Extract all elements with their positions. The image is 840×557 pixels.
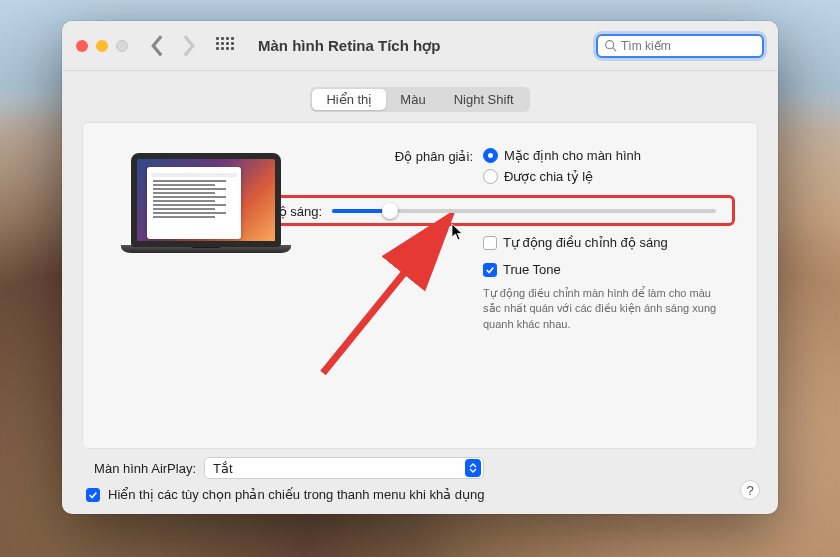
mirror-checkbox[interactable] bbox=[86, 488, 100, 502]
brightness-slider[interactable] bbox=[332, 209, 726, 213]
resolution-row: Độ phân giải: Mặc định cho màn hình Được… bbox=[331, 147, 729, 185]
titlebar: Màn hình Retina Tích hợp bbox=[62, 21, 778, 71]
nav-arrows bbox=[150, 38, 196, 54]
settings-panel: Độ phân giải: Mặc định cho màn hình Được… bbox=[82, 122, 758, 449]
resolution-default-label: Mặc định cho màn hình bbox=[504, 148, 641, 163]
search-icon bbox=[604, 39, 617, 52]
back-button[interactable] bbox=[150, 38, 166, 54]
tab-segmented-control: Hiển thị Màu Night Shift bbox=[310, 87, 529, 112]
mirror-row: Hiển thị các tùy chọn phản chiếu trong t… bbox=[82, 479, 758, 502]
resolution-scaled-label: Được chia tỷ lệ bbox=[504, 169, 593, 184]
tab-display[interactable]: Hiển thị bbox=[312, 89, 386, 110]
settings-column: Độ phân giải: Mặc định cho màn hình Được… bbox=[331, 147, 729, 428]
airplay-value: Tắt bbox=[213, 461, 233, 476]
window-traffic-lights bbox=[76, 40, 128, 52]
resolution-default-option[interactable]: Mặc định cho màn hình bbox=[483, 147, 729, 164]
auto-brightness-checkbox[interactable]: Tự động điều chỉnh độ sáng bbox=[483, 234, 729, 251]
chevron-up-down-icon bbox=[465, 459, 481, 477]
airplay-row: Màn hình AirPlay: Tắt bbox=[82, 457, 758, 479]
laptop-screen-preview bbox=[131, 153, 281, 247]
help-button[interactable]: ? bbox=[740, 480, 760, 500]
content-area: Hiển thị Màu Night Shift bbox=[62, 71, 778, 514]
close-window-button[interactable] bbox=[76, 40, 88, 52]
cursor-icon bbox=[451, 223, 465, 241]
airplay-select[interactable]: Tắt bbox=[204, 457, 484, 479]
truetone-checkbox[interactable]: True Tone bbox=[483, 261, 729, 278]
display-preview bbox=[111, 147, 301, 428]
truetone-description: Tự động điều chỉnh màn hình để làm cho m… bbox=[483, 282, 729, 332]
checkbox-icon bbox=[483, 263, 497, 277]
truetone-label: True Tone bbox=[503, 262, 561, 277]
resolution-scaled-option[interactable]: Được chia tỷ lệ bbox=[483, 168, 729, 185]
preferences-window: Màn hình Retina Tích hợp Hiển thị Màu Ni… bbox=[62, 21, 778, 514]
window-title: Màn hình Retina Tích hợp bbox=[258, 37, 440, 55]
slider-thumb[interactable] bbox=[382, 203, 398, 219]
auto-brightness-label: Tự động điều chỉnh độ sáng bbox=[503, 235, 668, 250]
forward-button[interactable] bbox=[180, 38, 196, 54]
auto-brightness-row: Tự động điều chỉnh độ sáng True Tone Tự … bbox=[331, 234, 729, 332]
minimize-window-button[interactable] bbox=[96, 40, 108, 52]
search-input[interactable] bbox=[621, 39, 756, 53]
svg-point-0 bbox=[606, 41, 614, 49]
tab-night-shift[interactable]: Night Shift bbox=[440, 89, 528, 110]
search-field[interactable] bbox=[596, 34, 764, 58]
checkbox-icon bbox=[483, 236, 497, 250]
tab-color[interactable]: Màu bbox=[386, 89, 439, 110]
airplay-label: Màn hình AirPlay: bbox=[86, 461, 196, 476]
resolution-label: Độ phân giải: bbox=[331, 147, 483, 164]
svg-line-1 bbox=[613, 48, 616, 51]
radio-icon bbox=[483, 169, 498, 184]
zoom-window-button bbox=[116, 40, 128, 52]
radio-icon bbox=[483, 148, 498, 163]
mirror-label: Hiển thị các tùy chọn phản chiếu trong t… bbox=[108, 487, 484, 502]
show-all-prefs-button[interactable] bbox=[216, 37, 234, 55]
